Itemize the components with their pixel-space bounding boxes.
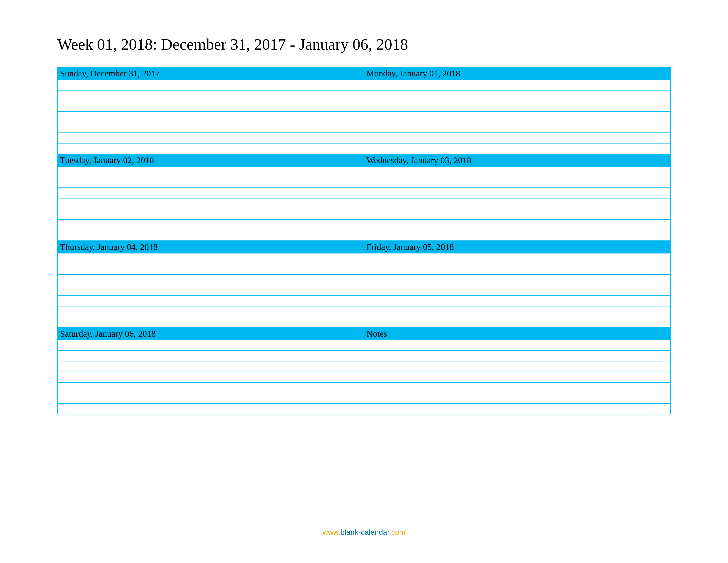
entry-line[interactable] bbox=[364, 188, 670, 198]
entry-line[interactable] bbox=[58, 361, 364, 372]
entry-line[interactable] bbox=[58, 177, 364, 188]
entry-line[interactable] bbox=[58, 285, 364, 296]
entry-line[interactable] bbox=[58, 372, 364, 383]
entry-line[interactable] bbox=[58, 351, 364, 361]
entry-line[interactable] bbox=[58, 340, 364, 351]
weekly-planner-table: Sunday, December 31, 2017Monday, January… bbox=[57, 67, 671, 415]
entry-line[interactable] bbox=[364, 253, 670, 264]
footer-com: .com bbox=[389, 528, 405, 536]
day-header-left: Saturday, January 06, 2018 bbox=[58, 328, 364, 340]
entry-line[interactable] bbox=[58, 188, 364, 198]
entry-line[interactable] bbox=[58, 317, 364, 328]
entry-line[interactable] bbox=[364, 296, 670, 306]
entry-line[interactable] bbox=[58, 122, 364, 133]
entry-line[interactable] bbox=[58, 198, 364, 209]
entry-line[interactable] bbox=[58, 111, 364, 122]
entry-line[interactable] bbox=[364, 393, 670, 404]
entry-line[interactable] bbox=[58, 143, 364, 154]
entry-line[interactable] bbox=[364, 111, 670, 122]
entry-line[interactable] bbox=[364, 90, 670, 101]
day-header-right: Friday, January 05, 2018 bbox=[364, 241, 670, 253]
entry-line[interactable] bbox=[58, 219, 364, 230]
page-title: Week 01, 2018: December 31, 2017 - Janua… bbox=[57, 35, 671, 54]
entry-line[interactable] bbox=[58, 209, 364, 219]
entry-line[interactable] bbox=[364, 383, 670, 393]
footer-domain: blank-calendar bbox=[340, 528, 389, 536]
footer-www: www. bbox=[323, 528, 340, 536]
entry-line[interactable] bbox=[364, 274, 670, 285]
entry-line[interactable] bbox=[58, 404, 364, 414]
entry-line[interactable] bbox=[58, 230, 364, 241]
entry-line[interactable] bbox=[364, 143, 670, 154]
entry-line[interactable] bbox=[364, 285, 670, 296]
entry-line[interactable] bbox=[58, 90, 364, 101]
entry-line[interactable] bbox=[364, 404, 670, 414]
entry-line[interactable] bbox=[58, 306, 364, 317]
entry-line[interactable] bbox=[364, 317, 670, 328]
day-header-left: Sunday, December 31, 2017 bbox=[58, 67, 364, 80]
entry-line[interactable] bbox=[58, 383, 364, 393]
entry-line[interactable] bbox=[364, 122, 670, 133]
entry-line[interactable] bbox=[364, 209, 670, 219]
entry-line[interactable] bbox=[58, 393, 364, 404]
footer-link[interactable]: www.blank-calendar.com bbox=[0, 528, 728, 537]
entry-line[interactable] bbox=[364, 133, 670, 143]
entry-line[interactable] bbox=[364, 306, 670, 317]
day-header-left: Tuesday, January 02, 2018 bbox=[58, 154, 364, 166]
entry-line[interactable] bbox=[364, 230, 670, 241]
entry-line[interactable] bbox=[58, 80, 364, 90]
entry-line[interactable] bbox=[58, 274, 364, 285]
entry-line[interactable] bbox=[58, 133, 364, 143]
entry-line[interactable] bbox=[364, 351, 670, 361]
day-header-left: Thursday, January 04, 2018 bbox=[58, 241, 364, 253]
entry-line[interactable] bbox=[364, 372, 670, 383]
day-header-right: Notes bbox=[364, 328, 670, 340]
entry-line[interactable] bbox=[364, 101, 670, 111]
entry-line[interactable] bbox=[58, 166, 364, 177]
day-header-right: Monday, January 01, 2018 bbox=[364, 67, 670, 80]
day-header-right: Wednesday, January 03, 2018 bbox=[364, 154, 670, 166]
entry-line[interactable] bbox=[364, 340, 670, 351]
entry-line[interactable] bbox=[58, 253, 364, 264]
entry-line[interactable] bbox=[364, 264, 670, 274]
entry-line[interactable] bbox=[58, 101, 364, 111]
entry-line[interactable] bbox=[364, 80, 670, 90]
entry-line[interactable] bbox=[58, 264, 364, 274]
entry-line[interactable] bbox=[364, 177, 670, 188]
entry-line[interactable] bbox=[364, 198, 670, 209]
entry-line[interactable] bbox=[364, 219, 670, 230]
entry-line[interactable] bbox=[58, 296, 364, 306]
entry-line[interactable] bbox=[364, 166, 670, 177]
entry-line[interactable] bbox=[364, 361, 670, 372]
